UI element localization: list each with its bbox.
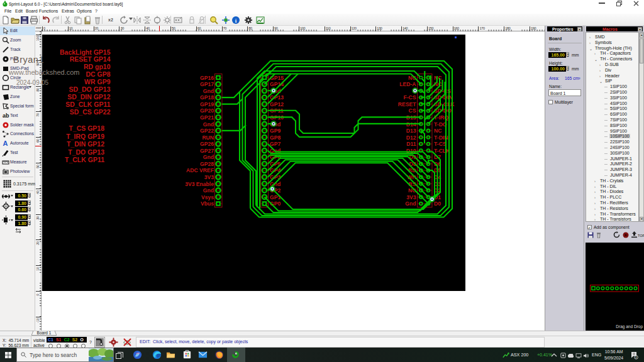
svg-text:D13: D13 — [406, 128, 416, 134]
svg-text:T_DIN GP12: T_DIN GP12 — [67, 140, 104, 148]
svg-text:A: A — [3, 140, 8, 147]
svg-text:D12: D12 — [406, 134, 416, 141]
svg-text:Gnd: Gnd — [203, 154, 214, 160]
svg-text:GP8: GP8 — [270, 134, 280, 141]
svg-text:GP28: GP28 — [200, 161, 214, 167]
svg-text:ab: ab — [3, 112, 9, 119]
svg-text:3V3: 3V3 — [406, 194, 416, 200]
svg-text:GP20: GP20 — [200, 107, 214, 114]
svg-text:Gnd: Gnd — [203, 121, 214, 128]
svg-text:ADC VREF: ADC VREF — [186, 167, 214, 173]
svg-text:SD_DO GP13: SD_DO GP13 — [69, 85, 111, 93]
svg-text:SD_DIN GP12: SD_DIN GP12 — [67, 93, 110, 101]
svg-text:Gnd: Gnd — [405, 200, 416, 207]
svg-text:GP22: GP22 — [200, 128, 214, 134]
svg-text:T_IRQ GP19: T_IRQ GP19 — [66, 133, 104, 140]
svg-text:GP18: GP18 — [200, 94, 214, 101]
svg-text:LED-A: LED-A — [399, 81, 416, 87]
svg-text:D0: D0 — [434, 200, 441, 207]
svg-text:Gnd: Gnd — [203, 88, 214, 94]
svg-text:SD_CLK GP11: SD_CLK GP11 — [65, 101, 110, 108]
svg-text:BackLight GP15: BackLight GP15 — [60, 48, 111, 56]
svg-text:Gnd: Gnd — [203, 187, 214, 194]
svg-text:T_DO GP13: T_DO GP13 — [68, 148, 104, 156]
svg-text:D11: D11 — [406, 141, 416, 147]
svg-text:F-CS: F-CS — [403, 94, 416, 101]
svg-text:T-DO: T-DO — [434, 121, 447, 128]
svg-text:NC: NC — [434, 128, 441, 134]
svg-text:T-CS: T-CS — [434, 141, 447, 147]
svg-text:DC GP8: DC GP8 — [86, 70, 110, 78]
svg-text:NC: NC — [434, 75, 441, 81]
svg-text:GP26: GP26 — [200, 141, 214, 147]
svg-text:GP16: GP16 — [200, 75, 214, 81]
svg-text:GP27: GP27 — [200, 148, 214, 154]
svg-text:GP21: GP21 — [200, 114, 214, 121]
svg-text:CS: CS — [409, 107, 416, 114]
svg-text:SD_CS GP22: SD_CS GP22 — [70, 108, 111, 116]
svg-text:RESET: RESET — [398, 101, 416, 107]
svg-text:RUN: RUN — [202, 134, 214, 141]
svg-text:3V3: 3V3 — [204, 174, 214, 180]
svg-text:GP12: GP12 — [270, 101, 284, 107]
svg-text:T-CLK: T-CLK — [434, 148, 450, 154]
svg-text:Vbus: Vbus — [201, 200, 214, 207]
svg-text:GP14: GP14 — [270, 81, 284, 87]
svg-text:WR GP9: WR GP9 — [84, 78, 111, 85]
svg-text:GP19: GP19 — [200, 101, 214, 107]
svg-text:RESET GP14: RESET GP14 — [70, 55, 111, 63]
svg-text:3V3 Enable: 3V3 Enable — [185, 181, 214, 187]
svg-text:T_CS GP18: T_CS GP18 — [69, 124, 104, 132]
svg-text:GP17: GP17 — [200, 81, 214, 87]
svg-text:Vsys: Vsys — [201, 194, 214, 200]
svg-text:RD gp10: RD gp10 — [84, 63, 111, 70]
svg-text:T_CLK GP11: T_CLK GP11 — [65, 156, 104, 163]
svg-text:1: 1 — [635, 355, 637, 359]
svg-text:GP9: GP9 — [270, 128, 280, 134]
svg-text:GP7: GP7 — [270, 141, 280, 147]
